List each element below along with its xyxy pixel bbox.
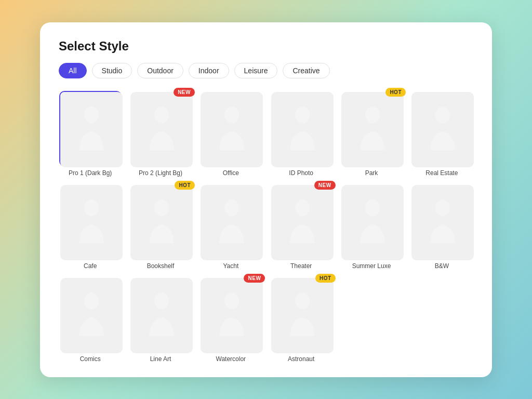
style-img-park	[341, 92, 404, 167]
style-img-summerluxe	[341, 185, 404, 260]
svg-point-7	[154, 200, 169, 216]
style-img-wrap-pro1	[59, 91, 122, 166]
svg-point-1	[154, 107, 169, 123]
style-img-wrap-park: HOT	[340, 91, 403, 166]
badge-theater: NEW	[314, 181, 336, 190]
style-item-theater[interactable]: NEW Theater	[270, 184, 332, 270]
style-img-id	[271, 92, 334, 167]
style-label-cafe: Cafe	[84, 262, 97, 270]
style-img-cafe	[60, 185, 123, 260]
style-grid: Pro 1 (Dark Bg)NEW Pro 2 (Light Bg) Offi…	[59, 91, 473, 363]
style-img-wrap-bw	[410, 184, 473, 259]
style-label-astronaut: Astronaut	[288, 355, 314, 363]
badge-bookshelf: HOT	[175, 181, 195, 190]
style-img-wrap-realestate	[410, 91, 473, 166]
style-label-pro2: Pro 2 (Light Bg)	[139, 169, 182, 177]
style-img-pro2	[130, 92, 193, 167]
style-item-comics[interactable]: Comics	[59, 277, 122, 363]
svg-point-4	[365, 107, 380, 123]
svg-point-12	[84, 292, 99, 309]
style-item-office[interactable]: Office	[200, 91, 262, 177]
style-item-astronaut[interactable]: HOT Astronaut	[270, 277, 332, 363]
style-img-astronaut	[271, 278, 334, 353]
style-img-wrap-yacht	[200, 184, 262, 259]
style-item-park[interactable]: HOT Park	[340, 91, 403, 177]
style-item-summerluxe[interactable]: Summer Luxe	[340, 184, 403, 270]
style-item-pro1[interactable]: Pro 1 (Dark Bg)	[59, 91, 122, 177]
svg-point-11	[435, 200, 450, 216]
style-item-bw[interactable]: B&W	[410, 184, 473, 270]
style-item-id[interactable]: ID Photo	[270, 91, 332, 177]
filter-bar: AllStudioOutdoorIndoorLeisureCreative	[59, 63, 473, 78]
style-label-id: ID Photo	[289, 169, 313, 177]
style-img-wrap-astronaut: HOT	[270, 277, 332, 352]
filter-btn-creative[interactable]: Creative	[283, 63, 329, 78]
badge-park: HOT	[385, 88, 406, 97]
style-label-summerluxe: Summer Luxe	[352, 262, 391, 270]
style-label-realestate: Real Estate	[425, 169, 458, 177]
style-label-watercolor: Watercolor	[216, 355, 246, 363]
svg-point-5	[435, 107, 450, 123]
style-label-yacht: Yacht	[223, 262, 238, 270]
style-img-wrap-cafe	[59, 184, 122, 259]
style-img-bookshelf	[130, 185, 193, 260]
style-img-theater	[271, 185, 334, 260]
svg-point-2	[224, 107, 239, 123]
style-panel: Select Style AllStudioOutdoorIndoorLeisu…	[40, 22, 492, 377]
style-img-pro1	[60, 92, 123, 167]
style-item-bookshelf[interactable]: HOT Bookshelf	[129, 184, 192, 270]
style-img-watercolor	[201, 278, 263, 353]
style-img-wrap-theater: NEW	[270, 184, 332, 259]
badge-astronaut: HOT	[315, 274, 336, 283]
svg-point-10	[365, 200, 380, 216]
style-item-watercolor[interactable]: NEW Watercolor	[200, 277, 262, 363]
filter-btn-outdoor[interactable]: Outdoor	[137, 63, 183, 78]
style-item-cafe[interactable]: Cafe	[59, 184, 122, 270]
style-img-wrap-summerluxe	[340, 184, 403, 259]
style-img-lineart	[130, 278, 193, 353]
badge-pro2: NEW	[174, 88, 195, 97]
style-label-lineart: Line Art	[150, 355, 171, 363]
style-label-pro1: Pro 1 (Dark Bg)	[69, 169, 112, 177]
style-img-wrap-comics	[59, 277, 122, 352]
style-item-realestate[interactable]: Real Estate	[410, 91, 473, 177]
style-img-comics	[60, 278, 123, 353]
filter-btn-leisure[interactable]: Leisure	[234, 63, 278, 78]
style-img-wrap-bookshelf: HOT	[129, 184, 192, 259]
svg-point-13	[154, 292, 169, 309]
style-label-park: Park	[365, 169, 378, 177]
style-label-bw: B&W	[435, 262, 449, 270]
svg-point-0	[84, 107, 99, 123]
svg-point-9	[295, 200, 310, 216]
style-item-lineart[interactable]: Line Art	[129, 277, 192, 363]
style-img-wrap-watercolor: NEW	[200, 277, 262, 352]
svg-point-8	[224, 200, 239, 216]
style-img-wrap-lineart	[129, 277, 192, 352]
svg-point-14	[224, 292, 239, 309]
style-label-bookshelf: Bookshelf	[147, 262, 175, 270]
style-label-office: Office	[223, 169, 239, 177]
style-item-yacht[interactable]: Yacht	[200, 184, 262, 270]
page-title: Select Style	[59, 39, 473, 54]
badge-watercolor: NEW	[244, 274, 265, 283]
style-img-office	[201, 92, 263, 167]
style-img-wrap-office	[200, 91, 262, 166]
filter-btn-all[interactable]: All	[59, 63, 87, 78]
style-item-pro2[interactable]: NEW Pro 2 (Light Bg)	[129, 91, 192, 177]
svg-point-6	[84, 200, 99, 216]
svg-point-3	[295, 107, 310, 123]
style-img-wrap-pro2: NEW	[129, 91, 192, 166]
style-img-wrap-id	[270, 91, 332, 166]
filter-btn-indoor[interactable]: Indoor	[189, 63, 229, 78]
style-img-realestate	[411, 92, 474, 167]
style-label-theater: Theater	[290, 262, 312, 270]
filter-btn-studio[interactable]: Studio	[92, 63, 132, 78]
style-img-bw	[411, 185, 474, 260]
svg-point-15	[295, 292, 310, 309]
style-img-yacht	[201, 185, 263, 260]
style-label-comics: Comics	[80, 355, 101, 363]
